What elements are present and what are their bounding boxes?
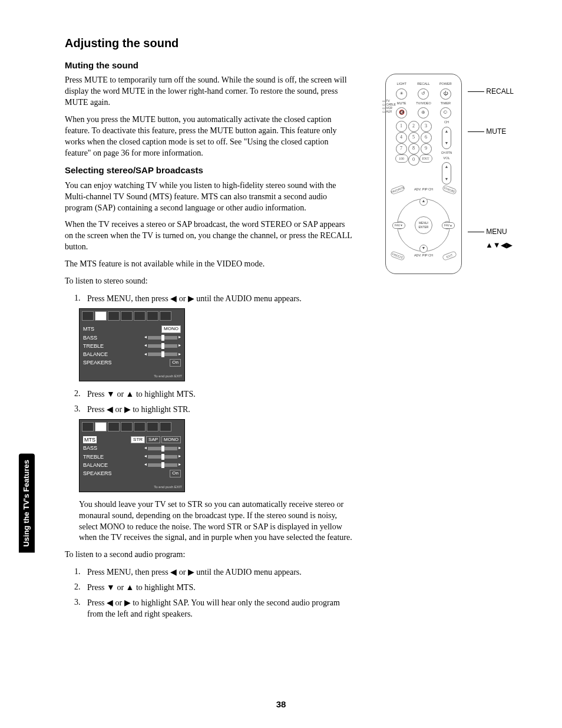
- osd-tab: [160, 311, 171, 321]
- left-arrow-icon: ◀: [170, 567, 177, 577]
- osd-option: STR: [131, 436, 145, 444]
- para: Press MUTE to temporarily turn off the s…: [65, 75, 353, 108]
- osd-value: On: [170, 470, 181, 477]
- osd-label: BALANCE: [83, 462, 108, 469]
- note-para: You should leave your TV set to STR so y…: [79, 499, 353, 544]
- subheading-stereo-sap: Selecting stereo/SAP broadcasts: [65, 164, 353, 176]
- right-arrow-icon: ▶: [188, 567, 194, 577]
- osd-slider: [148, 447, 177, 450]
- osd-tab: [147, 422, 158, 431]
- osd-label-selected: MTS: [83, 436, 97, 443]
- light-button: ☀: [396, 88, 407, 100]
- num-2: 2: [408, 121, 419, 132]
- page-number: 38: [0, 699, 562, 710]
- osd-tab: [147, 311, 158, 321]
- section-tab: Using the TV's Features: [19, 454, 35, 553]
- osd-slider: [148, 336, 177, 340]
- right-arrow-icon: ▶: [188, 294, 194, 303]
- para: When you press the MUTE button, you auto…: [65, 114, 353, 159]
- osd-label: SPEAKERS: [83, 359, 112, 366]
- step-item: 3.Press ◀ or ▶ to highlight SAP. You wil…: [74, 597, 353, 620]
- left-arrow-icon: ◀: [107, 598, 113, 607]
- power-button: ⏻: [440, 88, 451, 100]
- up-arrow-icon: ▲: [126, 582, 134, 592]
- para: You can enjoy watching TV while you list…: [65, 180, 353, 214]
- strobe-button: STROBE: [442, 185, 457, 195]
- osd-audio-menu: MTSMONO BASS◂▸ TREBLE◂▸ BALANCE◂▸ SPEAKE…: [79, 308, 185, 381]
- osd-tab: [121, 311, 133, 321]
- up-arrow-icon: ▲: [126, 389, 134, 398]
- subheading-muting: Muting the sound: [65, 60, 353, 71]
- step-item: 2.Press ▼ or ▲ to highlight MTS.: [74, 582, 353, 594]
- step-item: 2.Press ▼ or ▲ to highlight MTS.: [74, 388, 353, 400]
- osd-option: SAP: [146, 436, 160, 444]
- list-lead: To listen to stereo sound:: [65, 276, 353, 287]
- adv-pip-label: ADV. PIP CH: [414, 254, 433, 258]
- step-item: 1.Press MENU, then press ◀ or ▶ until th…: [74, 566, 353, 578]
- mute-button: 🔇: [396, 107, 407, 118]
- exit-button: EXIT: [442, 251, 457, 261]
- tv-video-button: ⊕: [418, 107, 429, 118]
- callout-arrows: ▲▼◀▶: [485, 240, 513, 251]
- osd-tab: [108, 311, 120, 321]
- osd-value: MONO: [161, 325, 181, 333]
- left-arrow-icon: ◀: [107, 404, 113, 414]
- callout-recall: RECALL: [486, 87, 514, 95]
- timer-button: ⏲: [440, 107, 451, 118]
- num-5: 5: [408, 132, 419, 143]
- page-title: Adjusting the sound: [65, 35, 353, 51]
- osd-tab: [134, 422, 146, 431]
- num-100: 100: [395, 154, 408, 163]
- recall-button: ↺: [418, 88, 429, 100]
- num-6: 6: [421, 132, 432, 143]
- step-item: 3.Press ◀ or ▶ to highlight STR.: [74, 404, 353, 416]
- favorite-button: FAVORITE: [390, 185, 405, 195]
- ch-rocker: ▲▼: [442, 127, 451, 149]
- num-7: 7: [396, 143, 407, 154]
- down-arrow-icon: ▼: [107, 582, 115, 592]
- osd-slider: [148, 344, 177, 348]
- dpad-down: ▼: [419, 245, 428, 253]
- num-9: 9: [421, 143, 432, 154]
- fav-down-button: FAV▼: [392, 222, 405, 229]
- list-lead: To listen to a second audio program:: [65, 549, 353, 561]
- osd-tab: [160, 422, 171, 431]
- osd-tab: [82, 422, 94, 431]
- remote-diagram: ▭ TV ▭ CABLE ▭ VCR ▭ AUX LIGHTRECALLPOWE…: [385, 74, 521, 274]
- fav-up-button: FAV▲: [442, 222, 455, 229]
- num-1: 1: [396, 121, 407, 132]
- right-arrow-icon: ▶: [124, 598, 131, 607]
- osd-tab: [121, 422, 133, 431]
- osd-label: MTS: [83, 325, 94, 332]
- osd-label: BASS: [83, 334, 97, 341]
- left-arrow-icon: ◀: [170, 294, 177, 303]
- osd-hint: To end push EXIT: [82, 485, 182, 489]
- para: The MTS feature is not available while i…: [65, 259, 353, 270]
- osd-tab: [108, 422, 120, 431]
- osd-slider: [148, 463, 177, 467]
- freeze-button: FREEZE: [390, 251, 405, 261]
- osd-label: TREBLE: [83, 342, 104, 350]
- num-0: 0: [408, 154, 419, 166]
- dpad-up: ▲: [419, 197, 428, 206]
- step-item: 1.Press MENU, then press ◀ or ▶ until th…: [74, 293, 353, 305]
- menu-enter-button: MENU/ ENTER: [415, 216, 432, 234]
- para: When the TV receives a stereo or SAP bro…: [65, 219, 353, 253]
- osd-label: BALANCE: [83, 351, 108, 358]
- vol-rocker: ▲▼: [442, 162, 451, 185]
- dpad: ▲ ▼ ◀ ▶ FAV▼ FAV▲ MENU/ ENTER: [397, 199, 450, 252]
- right-arrow-icon: ▶: [124, 404, 131, 414]
- osd-slider: [148, 353, 177, 356]
- num-4: 4: [396, 132, 407, 143]
- osd-tab-active: [95, 422, 107, 431]
- num-8: 8: [408, 143, 419, 154]
- ent-button: ENT: [419, 154, 432, 163]
- osd-tab-active: [95, 311, 107, 321]
- osd-label: TREBLE: [83, 453, 104, 460]
- osd-slider: [148, 455, 177, 459]
- osd-option: MONO: [161, 436, 181, 444]
- num-3: 3: [421, 121, 432, 132]
- osd-value: On: [170, 359, 181, 367]
- osd-hint: To end push EXIT: [82, 374, 182, 378]
- callout-mute: MUTE: [486, 127, 506, 136]
